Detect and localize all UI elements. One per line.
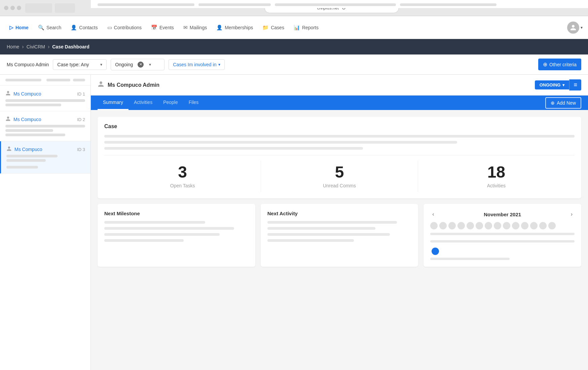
stat-unread-comms: 5 Unread Comms (261, 161, 417, 192)
cards-row: Next Milestone Next Activity (98, 204, 581, 267)
add-new-button[interactable]: ⊕ Add New (545, 97, 581, 109)
ongoing-remove-icon[interactable]: ✕ (138, 62, 144, 68)
calendar-prev-button[interactable]: ‹ (430, 211, 436, 218)
calendar-month-label: November 2021 (484, 212, 521, 217)
nav-contacts[interactable]: 👤 Contacts (67, 22, 102, 33)
ongoing-dropdown[interactable]: Ongoing ✕ ▾ (111, 59, 164, 70)
activities-label: Activities (418, 183, 575, 188)
nav-home[interactable]: ▷ Home (5, 22, 33, 33)
contributions-icon: ▭ (107, 25, 112, 31)
cal-dot (448, 222, 456, 229)
nav-memberships[interactable]: 👤 Memberships (212, 22, 257, 33)
status-chevron-icon: ▾ (562, 83, 564, 87)
filter-user-label: Ms Compuco Admin (7, 62, 49, 67)
case-menu-button[interactable]: ≡ (569, 79, 581, 90)
next-activity-title: Next Activity (267, 211, 412, 216)
case-name: Ms Compuco (13, 91, 41, 97)
content-area: Ms Compuco Admin ONGOING ▾ ≡ Summary Act… (91, 75, 588, 370)
next-milestone-card: Next Milestone (98, 204, 255, 267)
user-avatar[interactable] (567, 22, 579, 34)
tab-summary[interactable]: Summary (98, 96, 128, 110)
case-sidebar: Ms Compuco ID 1 Ms Compuco ID 2 (0, 75, 91, 370)
open-tasks-label: Open Tasks (104, 183, 261, 188)
nav-mailings[interactable]: ✉ Mailings (179, 22, 211, 33)
status-label: ONGOING (540, 82, 561, 87)
case-id: ID 3 (77, 147, 85, 152)
cal-skeleton (430, 258, 510, 260)
breadcrumb-civicrm[interactable]: CiviCRM (27, 44, 45, 49)
next-milestone-title: Next Milestone (104, 211, 249, 216)
person-icon (6, 146, 12, 153)
case-header-person-icon (98, 81, 104, 89)
status-badge[interactable]: ONGOING ▾ (535, 80, 569, 89)
other-criteria-plus-icon: ⊕ (543, 61, 547, 68)
cal-dot (521, 222, 528, 229)
tab-bar: Summary Activities People Files ⊕ Add Ne… (91, 96, 588, 110)
nav-mailings-label: Mailings (190, 25, 207, 30)
nav-search[interactable]: 🔍 Search (34, 22, 65, 33)
filter-bar: Ms Compuco Admin Case type: Any ▾ Ongoin… (0, 54, 588, 75)
nav-cases[interactable]: 📁 Cases (258, 22, 288, 33)
cal-dot (512, 222, 519, 229)
person-icon (5, 90, 11, 97)
cal-dot (485, 222, 492, 229)
case-type-chevron-icon: ▾ (100, 62, 102, 67)
cases-involved-dropdown[interactable]: Cases Im involved in ▾ (169, 59, 225, 70)
unread-comms-count: 5 (261, 164, 417, 180)
case-name: Ms Compuco (13, 117, 41, 122)
person-icon (5, 116, 11, 123)
skeleton-row (104, 141, 457, 144)
summary-content: Case 3 Open Tasks 5 Unread Comms 18 (91, 110, 588, 273)
case-id: ID 2 (77, 117, 85, 122)
case-name: Ms Compuco (14, 147, 42, 152)
top-navigation: ▷ Home 🔍 Search 👤 Contacts ▭ Contributio… (0, 16, 588, 39)
nav-contacts-label: Contacts (79, 25, 98, 30)
breadcrumb: Home › CiviCRM › Case Dashboard (0, 39, 588, 54)
stat-activities: 18 Activities (418, 161, 575, 192)
nav-events-label: Events (159, 25, 174, 30)
tab-people[interactable]: People (158, 96, 183, 110)
cases-icon: 📁 (262, 25, 269, 31)
open-tasks-count: 3 (104, 164, 261, 180)
case-section: Case 3 Open Tasks 5 Unread Comms 18 (98, 117, 581, 198)
nav-events[interactable]: 📅 Events (147, 22, 178, 33)
browser-dots (4, 6, 21, 10)
case-list-item-active[interactable]: Ms Compuco ID 3 (0, 141, 90, 174)
tab-files[interactable]: Files (183, 96, 204, 110)
user-menu-chevron[interactable]: ▾ (581, 25, 583, 30)
breadcrumb-sep-1: › (22, 44, 24, 50)
calendar-next-button[interactable]: › (569, 211, 575, 218)
cal-dot (548, 222, 556, 229)
case-id: ID 1 (77, 91, 85, 97)
events-icon: 📅 (151, 25, 157, 31)
add-new-label: Add New (557, 100, 576, 106)
breadcrumb-sep-2: › (48, 44, 49, 50)
ongoing-label: Ongoing (115, 62, 133, 67)
calendar-active-dot (432, 248, 439, 255)
other-criteria-button[interactable]: ⊕ Other criteria (538, 59, 581, 70)
cal-dot (457, 222, 465, 229)
stats-row: 3 Open Tasks 5 Unread Comms 18 Activitie… (104, 155, 575, 192)
cal-dot (530, 222, 538, 229)
cal-dot (476, 222, 483, 229)
other-criteria-label: Other criteria (549, 62, 577, 67)
cal-dot (430, 222, 438, 229)
nav-contributions-label: Contributions (114, 25, 142, 30)
nav-contributions[interactable]: ▭ Contributions (103, 22, 146, 33)
case-list-item[interactable]: Ms Compuco ID 1 (0, 86, 90, 111)
browser-dot-green (17, 6, 21, 10)
mailings-icon: ✉ (183, 25, 188, 31)
browser-dot-yellow (10, 6, 15, 10)
tab-activities[interactable]: Activities (128, 96, 158, 110)
skeleton-row (104, 147, 363, 150)
case-list-item[interactable]: Ms Compuco ID 2 (0, 111, 90, 141)
nav-home-label: Home (15, 25, 29, 30)
breadcrumb-current: Case Dashboard (52, 44, 89, 49)
nav-search-label: Search (46, 25, 61, 30)
main-layout: Ms Compuco ID 1 Ms Compuco ID 2 (0, 75, 588, 370)
case-type-dropdown[interactable]: Case type: Any ▾ (53, 59, 107, 70)
ongoing-chevron-icon: ▾ (149, 62, 151, 67)
breadcrumb-home[interactable]: Home (7, 44, 19, 49)
nav-reports[interactable]: 📊 Reports (290, 22, 323, 33)
nav-memberships-label: Memberships (225, 25, 253, 30)
